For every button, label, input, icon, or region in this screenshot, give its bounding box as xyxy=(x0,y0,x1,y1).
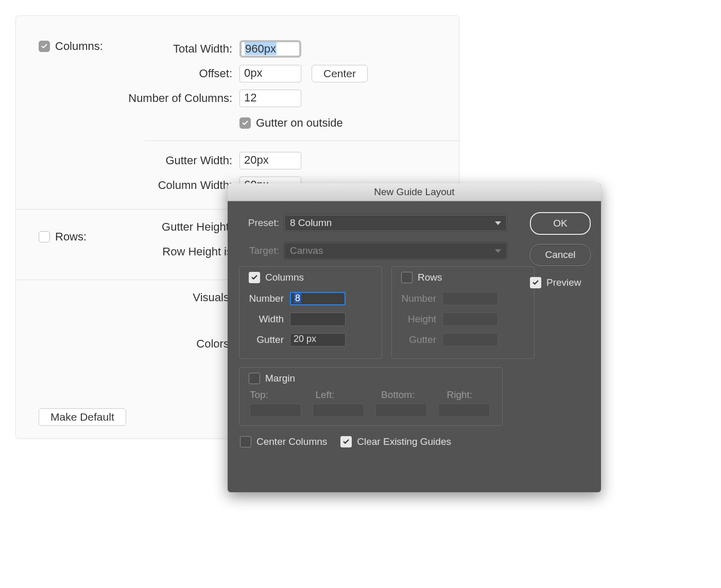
margin-top-label: Top: xyxy=(250,389,298,401)
row-number-input xyxy=(442,292,498,305)
col-gutter-input[interactable]: 20 px xyxy=(290,333,346,347)
rows-title: Rows xyxy=(418,272,442,283)
row-height-label2: Height xyxy=(399,314,438,325)
columns-checkbox[interactable] xyxy=(249,272,260,283)
columns-title: Columns xyxy=(265,272,304,283)
margin-right-label: Right: xyxy=(447,389,495,401)
make-default-button[interactable]: Make Default xyxy=(39,408,126,426)
col-width-input[interactable] xyxy=(290,313,346,326)
column-width-label: Column Width: xyxy=(16,179,239,192)
columns-group: Columns Number 8 Width Gutter 20 px xyxy=(239,266,382,359)
dialog-title: New Guide Layout xyxy=(228,183,601,201)
margin-bottom-label: Bottom: xyxy=(381,389,430,401)
visuals-label: Visuals: xyxy=(16,291,239,304)
center-columns-label: Center Columns xyxy=(256,436,327,447)
chevron-down-icon xyxy=(495,249,501,253)
center-columns-checkbox[interactable] xyxy=(240,436,251,447)
gutter-outside-label: Gutter on outside xyxy=(256,116,343,130)
row-gutter-input xyxy=(442,333,498,347)
gutter-on-outside-checkbox[interactable] xyxy=(239,117,251,129)
new-guide-layout-dialog: New Guide Layout OK Cancel Preview Prese… xyxy=(228,183,601,492)
preview-checkbox[interactable] xyxy=(530,277,541,288)
ok-button[interactable]: OK xyxy=(530,212,591,235)
margin-checkbox[interactable] xyxy=(249,373,260,384)
gutter-width-label: Gutter Width: xyxy=(16,154,239,167)
col-number-input[interactable]: 8 xyxy=(290,292,346,305)
margin-title: Margin xyxy=(265,373,295,384)
preset-label: Preset: xyxy=(239,217,284,229)
total-width-input[interactable]: 960px xyxy=(239,40,301,58)
target-label: Target: xyxy=(239,245,284,256)
margin-left-label: Left: xyxy=(316,389,364,401)
chevron-down-icon xyxy=(495,221,501,225)
cancel-button[interactable]: Cancel xyxy=(530,244,591,266)
preset-select[interactable]: 8 Column xyxy=(284,215,507,231)
margin-left-input xyxy=(313,404,364,417)
row-number-label: Number xyxy=(399,293,438,304)
columns-enabled-checkbox[interactable] xyxy=(39,41,50,52)
clear-existing-checkbox[interactable] xyxy=(340,436,352,447)
target-select: Canvas xyxy=(284,243,507,259)
offset-input[interactable]: 0px xyxy=(239,65,301,82)
offset-label: Offset: xyxy=(16,67,239,80)
margin-bottom-input xyxy=(375,404,427,417)
clear-existing-label: Clear Existing Guides xyxy=(357,436,451,447)
margin-group: Margin Top: Left: Bottom: Right: xyxy=(239,367,503,426)
col-number-label: Number xyxy=(247,293,286,304)
rows-label: Rows: xyxy=(55,230,87,244)
preview-label: Preview xyxy=(546,277,581,288)
col-width-label: Width xyxy=(247,314,286,325)
row-height-label: Row Height is xyxy=(16,245,239,258)
rows-checkbox[interactable] xyxy=(401,272,413,283)
row-gutter-label: Gutter xyxy=(399,334,438,345)
margin-top-input xyxy=(250,404,301,417)
gutter-width-input[interactable]: 20px xyxy=(239,152,301,169)
num-columns-label: Number of Columns: xyxy=(16,92,239,105)
col-gutter-label: Gutter xyxy=(247,334,286,345)
columns-label: Columns: xyxy=(55,40,103,53)
rows-group: Rows Number Height Gutter xyxy=(391,266,535,359)
margin-right-input xyxy=(438,404,490,417)
colors-label: Colors: xyxy=(16,337,239,351)
num-columns-input[interactable]: 12 xyxy=(239,90,301,107)
row-height-input xyxy=(442,313,498,326)
rows-enabled-checkbox[interactable] xyxy=(39,231,50,243)
center-button[interactable]: Center xyxy=(312,65,368,82)
